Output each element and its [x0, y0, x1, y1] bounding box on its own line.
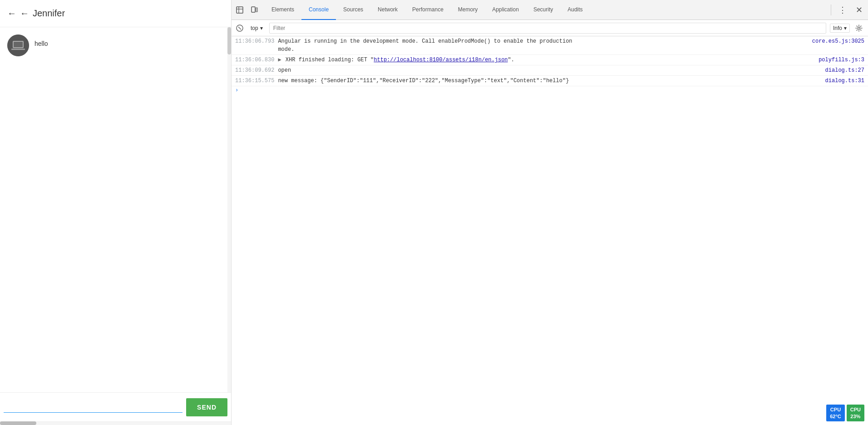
divider: [831, 5, 831, 15]
chat-header: ← ← Jennifer: [0, 0, 231, 27]
console-message: new message: {"SenderID":"111","Receiver…: [278, 77, 818, 85]
tab-security[interactable]: Security: [526, 0, 560, 20]
tab-memory[interactable]: Memory: [451, 0, 485, 20]
tab-console[interactable]: Console: [301, 0, 336, 20]
messages-list: hello: [0, 27, 231, 69]
devtools-tabbar: Elements Console Sources Network Perform…: [232, 0, 868, 20]
cpu-temp-label: CPU: [830, 406, 841, 413]
console-timestamp: 11:36:09.692: [235, 66, 274, 74]
console-entry: 11:36:06.830 ▶ XHR finished loading: GET…: [232, 55, 868, 65]
chat-panel: ← ← Jennifer: [0, 0, 232, 425]
scrollbar-thumb[interactable]: [227, 27, 231, 54]
log-level-label: Info: [833, 25, 842, 31]
context-dropdown[interactable]: top ▾: [248, 24, 266, 32]
log-level-arrow-icon: ▾: [844, 25, 847, 31]
list-item: hello: [7, 35, 224, 56]
cpu-usage-label: CPU: [850, 406, 861, 413]
console-message: open: [278, 66, 818, 74]
tab-audits[interactable]: Audits: [560, 0, 590, 20]
console-source-link[interactable]: polyfills.js:3: [819, 56, 864, 64]
console-entry: 11:36:15.575 new message: {"SenderID":"1…: [232, 76, 868, 86]
context-label: top: [251, 25, 258, 31]
xhr-url-link[interactable]: http://localhost:8100/assets/i18n/en.jso…: [374, 57, 508, 63]
devtools-tabs: Elements Console Sources Network Perform…: [264, 0, 590, 20]
send-button[interactable]: SEND: [186, 398, 227, 416]
chat-input-area: SEND: [0, 392, 231, 421]
console-timestamp: 11:36:15.575: [235, 77, 274, 85]
console-settings-icon[interactable]: [853, 23, 864, 34]
more-options-icon[interactable]: ⋮: [835, 3, 850, 17]
cpu-temp-badge: CPU 62°C: [826, 405, 845, 421]
clear-console-button[interactable]: [235, 24, 244, 33]
avatar: [7, 35, 29, 56]
console-entry: 11:36:06.793 Angular is running in the d…: [232, 36, 868, 55]
cpu-temp-value: 62°C: [830, 413, 841, 420]
devtools-right-icons: ⋮ ✕: [829, 3, 866, 17]
log-level-dropdown[interactable]: Info ▾: [830, 24, 850, 33]
console-source-link[interactable]: dialog.ts:27: [825, 66, 864, 74]
console-source-link[interactable]: dialog.ts:31: [825, 77, 864, 85]
avatar-icon: [11, 40, 25, 51]
chat-contact-name: Jennifer: [33, 8, 65, 19]
device-toolbar-icon[interactable]: [248, 4, 261, 16]
tab-application[interactable]: Application: [485, 0, 526, 20]
svg-rect-7: [256, 8, 257, 12]
message-text: hello: [35, 35, 48, 47]
chat-bottom-scrollbar[interactable]: [0, 421, 231, 425]
console-output: 11:36:06.793 Angular is running in the d…: [232, 36, 868, 425]
console-message: ▶ XHR finished loading: GET "http://loca…: [278, 56, 811, 64]
chat-messages-area: hello: [0, 27, 231, 392]
svg-rect-1: [14, 42, 23, 47]
console-input[interactable]: [240, 87, 286, 94]
svg-rect-6: [252, 7, 255, 12]
xhr-expand-icon[interactable]: ▶: [278, 57, 281, 63]
scrollbar-track[interactable]: [227, 27, 231, 392]
inspect-element-icon[interactable]: [233, 4, 246, 16]
cpu-usage-value: 23%: [850, 413, 861, 420]
console-source-link[interactable]: core.es5.js:3025: [812, 37, 864, 45]
console-toolbar: top ▾ Info ▾: [232, 20, 868, 36]
devtools-toolbar-icons: [233, 4, 261, 16]
tab-sources[interactable]: Sources: [336, 0, 370, 20]
console-message: Angular is running in the development mo…: [278, 37, 804, 54]
tab-network[interactable]: Network: [370, 0, 405, 20]
message-input[interactable]: [4, 401, 182, 413]
cpu-badges-container: CPU 62°C CPU 23%: [826, 405, 864, 421]
prompt-caret-icon: ›: [235, 87, 238, 94]
tab-performance[interactable]: Performance: [405, 0, 451, 20]
svg-line-9: [238, 27, 241, 30]
console-prompt-line: ›: [232, 86, 868, 94]
svg-rect-2: [11, 49, 25, 50]
close-devtools-icon[interactable]: ✕: [852, 3, 866, 17]
console-timestamp: 11:36:06.793: [235, 37, 274, 45]
cpu-usage-badge: CPU 23%: [847, 405, 864, 421]
svg-point-10: [858, 27, 860, 29]
back-arrow-icon-2[interactable]: ←: [20, 8, 29, 19]
tab-elements[interactable]: Elements: [264, 0, 301, 20]
dropdown-arrow-icon: ▾: [260, 25, 263, 31]
console-timestamp: 11:36:06.830: [235, 56, 274, 64]
devtools-panel: Elements Console Sources Network Perform…: [232, 0, 868, 425]
console-filter-input[interactable]: [269, 23, 826, 34]
console-entry: 11:36:09.692 open dialog.ts:27: [232, 65, 868, 76]
svg-rect-3: [237, 7, 243, 13]
back-arrow-icon[interactable]: ←: [7, 8, 16, 19]
